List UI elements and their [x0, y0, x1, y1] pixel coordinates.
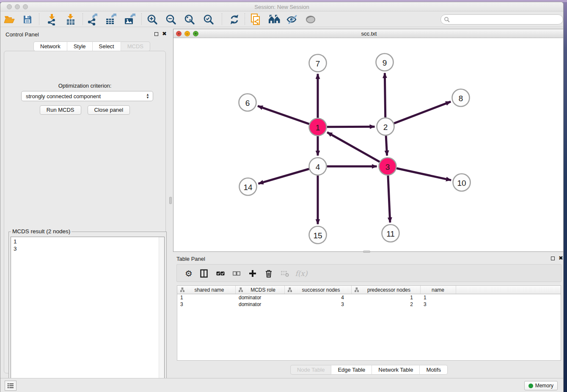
mcds-result-textarea[interactable]: 13 [11, 237, 165, 391]
zoom-fit-icon[interactable] [182, 12, 197, 27]
toolbar-separator [141, 13, 142, 25]
show-columns-icon[interactable] [198, 267, 210, 280]
float-table-panel-button[interactable] [551, 257, 555, 260]
node-4[interactable]: 4 [309, 158, 327, 175]
search-input[interactable] [450, 15, 563, 24]
zoom-selected-icon[interactable] [201, 12, 216, 27]
tab-select[interactable]: Select [92, 41, 121, 51]
horizontal-splitter-grip[interactable] [363, 251, 370, 253]
cell-predecessor-nodes[interactable]: 1 [352, 294, 421, 301]
edge-2-8[interactable] [394, 102, 451, 123]
table-panel: Table Panel ✖ ⚙ [173, 253, 564, 377]
zoom-out-icon[interactable] [164, 12, 178, 27]
network-window-titlebar[interactable]: ✕ − + scc.txt [173, 29, 564, 38]
clone-network-icon[interactable] [248, 12, 263, 27]
cell-shared-name[interactable]: 1 [177, 294, 236, 301]
tab-edge-table[interactable]: Edge Table [331, 365, 372, 375]
save-session-icon[interactable] [20, 12, 35, 27]
edge-1-2[interactable] [327, 127, 374, 127]
open-session-icon[interactable] [3, 12, 17, 27]
table-row[interactable]: 3dominator323 [177, 301, 561, 308]
network-canvas[interactable]: 7968124314101511 [173, 38, 564, 251]
edge-3-10[interactable] [396, 168, 451, 180]
run-mcds-button[interactable]: Run MCDS [40, 105, 81, 115]
table-options-icon[interactable]: ⚙ [182, 267, 195, 280]
table-row[interactable]: 1dominator411 [177, 294, 561, 301]
tab-node-table[interactable]: Node Table [290, 365, 331, 375]
export-table-icon[interactable] [104, 12, 118, 27]
optimization-select[interactable]: strongly connected component ▲▼ [21, 91, 153, 101]
node-1[interactable]: 1 [309, 119, 327, 136]
deselect-all-icon[interactable] [230, 267, 243, 280]
node-3[interactable]: 3 [379, 158, 396, 175]
cell-name[interactable]: 3 [421, 301, 456, 308]
edge-2-3[interactable] [386, 135, 387, 155]
column-header-shared-name[interactable]: shared name [177, 286, 236, 294]
column-header-name[interactable]: name [421, 286, 456, 294]
cell-successor-nodes[interactable]: 4 [285, 294, 352, 301]
column-header-successor-nodes[interactable]: successor nodes [285, 286, 352, 294]
cell-successor-nodes[interactable]: 3 [285, 301, 352, 308]
mcds-result-fieldset: MCDS result (2 nodes) 13 [8, 232, 167, 392]
delete-row-icon[interactable] [262, 267, 275, 280]
column-header-MCDS-role[interactable]: MCDS role [236, 286, 285, 294]
close-panel-button-inner[interactable]: Close panel [88, 105, 130, 115]
control-panel: Control Panel ✖ NetworkStyleSelectMCDS O… [2, 29, 168, 376]
node-7[interactable]: 7 [309, 55, 327, 72]
column-header-predecessor-nodes[interactable]: predecessor nodes [352, 286, 421, 294]
export-network-icon[interactable] [85, 12, 99, 27]
node-label: 15 [313, 231, 322, 240]
tab-style[interactable]: Style [67, 41, 92, 51]
edge-4-14[interactable] [258, 169, 309, 184]
export-image-icon[interactable] [122, 12, 137, 27]
node-9[interactable]: 9 [376, 54, 394, 71]
cell-shared-name[interactable]: 3 [177, 301, 236, 308]
close-table-panel-button[interactable]: ✖ [559, 255, 563, 261]
table-body: 1dominator4113dominator323 [177, 294, 561, 308]
tab-network[interactable]: Network [33, 41, 67, 51]
delete-table-icon [278, 267, 291, 280]
scrollbar-track[interactable] [159, 237, 164, 390]
cell-name[interactable]: 1 [421, 294, 456, 301]
tab-mcds[interactable]: MCDS [121, 41, 150, 51]
node-11[interactable]: 11 [382, 225, 399, 242]
cell-MCDS-role[interactable]: dominator [236, 294, 285, 301]
chevron-up-down-icon: ▲▼ [145, 92, 150, 100]
cell-MCDS-role[interactable]: dominator [236, 301, 285, 308]
table-tabs: Node TableEdge TableNetwork TableMotifs [173, 365, 564, 375]
float-panel-button[interactable] [154, 32, 158, 36]
first-neighbors-icon[interactable] [267, 12, 282, 27]
node-8[interactable]: 8 [452, 89, 470, 107]
tab-network-table[interactable]: Network Table [372, 365, 419, 375]
node-6[interactable]: 6 [239, 94, 256, 111]
control-panel-title: Control Panel [6, 31, 39, 38]
table-toolbar: ⚙ f(x) [176, 264, 561, 282]
hide-selected-icon[interactable] [285, 12, 299, 27]
edge-3-11[interactable] [388, 175, 390, 222]
node-15[interactable]: 15 [309, 226, 327, 244]
refresh-icon[interactable] [227, 12, 242, 27]
birds-eye-view-icon[interactable] [303, 12, 318, 27]
vertical-splitter-grip[interactable] [169, 197, 172, 204]
edge-3-1[interactable] [327, 133, 380, 162]
mcds-result-line: 1 [14, 238, 162, 245]
node-2[interactable]: 2 [377, 118, 394, 135]
add-row-icon[interactable] [246, 267, 259, 280]
import-table-icon[interactable] [63, 12, 78, 27]
node-14[interactable]: 14 [239, 178, 257, 196]
memory-button[interactable]: Memory [524, 381, 558, 390]
tab-motifs[interactable]: Motifs [419, 365, 448, 375]
toolbar-separator [39, 13, 39, 25]
edge-1-6[interactable] [258, 106, 309, 124]
cell-predecessor-nodes[interactable]: 2 [352, 301, 421, 308]
node-10[interactable]: 10 [453, 174, 471, 191]
network-view-title: scc.txt [173, 30, 564, 37]
edge-2-9[interactable] [385, 73, 385, 117]
close-panel-button[interactable]: ✖ [162, 30, 167, 37]
zoom-in-icon[interactable] [145, 12, 160, 27]
select-all-icon[interactable] [214, 267, 227, 280]
import-network-icon[interactable] [45, 12, 59, 27]
toolbar-separator [83, 13, 83, 25]
search-box[interactable] [440, 14, 563, 25]
dev-panel-button[interactable] [5, 381, 17, 391]
